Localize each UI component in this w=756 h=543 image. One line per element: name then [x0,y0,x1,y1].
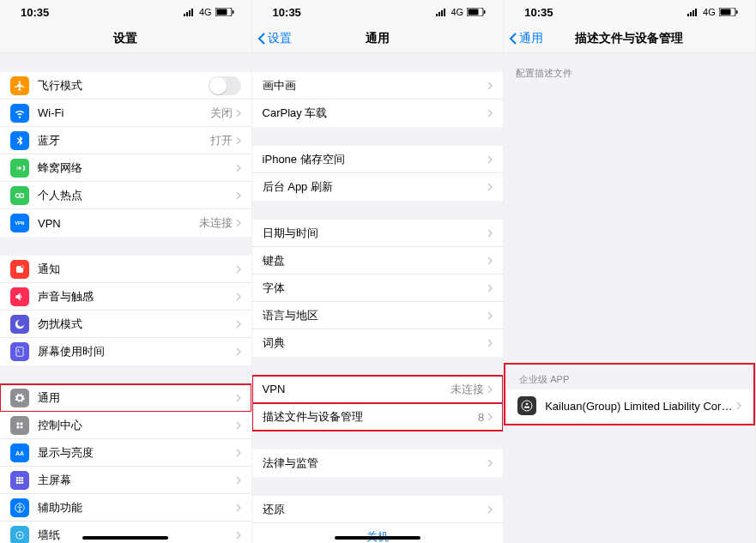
signal-icon [687,8,699,16]
row-hotspot[interactable]: 个人热点 [0,182,251,209]
row-reset[interactable]: 还原 [252,496,504,523]
row-keyboard[interactable]: 键盘 [252,247,504,275]
row-label: 键盘 [263,253,488,268]
home-indicator[interactable] [82,536,168,540]
svg-rect-41 [695,9,697,16]
section-header-enterprise: 企业级 APP [507,366,752,389]
row-label: 主屏幕 [38,473,236,488]
row-vpn-general[interactable]: VPN 未连接 [252,376,504,403]
chevron-right-icon [736,401,741,410]
row-enterprise-app[interactable]: Kailuan(Group) Limited Liability Corpora… [507,389,752,422]
chevron-right-icon [487,385,493,394]
nav-bar: 通用 描述文件与设备管理 [504,24,755,53]
chevron-right-icon [236,164,241,172]
svg-rect-23 [21,479,23,480]
svg-rect-37 [484,10,486,14]
row-label: Kailuan(Group) Limited Liability Corpora… [545,400,736,413]
svg-rect-19 [19,476,21,478]
chevron-right-icon [236,504,241,512]
row-legal[interactable]: 法律与监管 [252,449,504,477]
row-value: 关闭 [210,106,233,121]
row-bgapp[interactable]: 后台 App 刷新 [252,173,504,201]
row-profiles[interactable]: 描述文件与设备管理 8 [252,403,504,431]
wallpaper-icon [10,526,29,543]
row-label: CarPlay 车载 [263,106,488,121]
row-label: 描述文件与设备管理 [263,409,478,425]
row-label: 蜂窝网络 [38,160,236,176]
back-button[interactable]: 设置 [257,31,292,46]
svg-rect-6 [233,10,234,14]
row-screentime[interactable]: 屏幕使用时间 [0,338,251,365]
vpn-icon: VPN [10,214,29,232]
row-label: iPhone 储存空间 [263,152,488,167]
svg-rect-34 [444,9,445,16]
row-control[interactable]: 控制中心 [0,412,251,439]
row-wallpaper[interactable]: 墙纸 [0,522,251,543]
row-dict[interactable]: 词典 [252,329,504,357]
status-network: 4G [703,7,716,17]
svg-rect-32 [438,12,440,16]
row-airplane[interactable]: 飞行模式 [0,72,251,100]
row-pip[interactable]: 画中画 [252,72,504,100]
row-lang[interactable]: 语言与地区 [252,302,504,329]
display-icon: AA [10,443,29,462]
svg-rect-18 [16,476,18,478]
svg-rect-5 [216,9,227,15]
row-fonts[interactable]: 字体 [252,275,504,302]
svg-rect-22 [19,479,21,480]
svg-rect-36 [469,9,479,15]
row-sound[interactable]: 声音与触感 [0,283,251,311]
airplane-switch[interactable] [209,76,241,95]
home-indicator[interactable] [335,536,420,540]
row-carplay[interactable]: CarPlay 车载 [252,100,504,127]
row-label: 显示与亮度 [38,445,236,461]
row-shutdown[interactable]: 关机 [252,523,504,543]
screen-general: 10:35 4G 设置 通用 画中画 CarPlay 车载 iPhone 储存空… [252,0,505,543]
row-label: 辅助功能 [38,500,236,516]
row-dnd[interactable]: 勿扰模式 [0,311,251,338]
svg-rect-25 [19,481,21,483]
row-value: 未连接 [451,382,484,397]
svg-point-46 [526,403,529,406]
row-bluetooth[interactable]: 蓝牙 打开 [0,127,251,154]
svg-point-11 [21,265,24,268]
chevron-right-icon [236,293,241,301]
back-button[interactable]: 通用 [509,31,543,46]
nav-bar: 设置 [0,24,251,53]
row-label: 法律与监管 [263,456,488,471]
row-notify[interactable]: 通知 [0,256,251,283]
svg-rect-16 [21,425,23,428]
cellular-icon [10,159,29,178]
chevron-right-icon [487,284,493,293]
row-general[interactable]: 通用 [0,384,251,412]
svg-rect-3 [191,9,193,16]
svg-text:AA: AA [15,449,24,456]
row-home[interactable]: 主屏幕 [0,467,251,494]
svg-point-7 [15,193,20,197]
status-right: 4G [436,7,487,17]
enterprise-profile-icon [517,396,536,415]
svg-rect-20 [21,476,23,478]
svg-point-28 [19,504,21,506]
row-cellular[interactable]: 蜂窝网络 [0,154,251,182]
chevron-right-icon [236,476,241,485]
row-accessibility[interactable]: 辅助功能 [0,494,251,522]
row-storage[interactable]: iPhone 储存空间 [252,146,504,173]
row-label: 勿扰模式 [38,317,236,332]
status-network: 4G [451,7,464,17]
chevron-right-icon [487,311,493,320]
page-title: 设置 [113,31,137,46]
row-datetime[interactable]: 日期与时间 [252,220,504,247]
chevron-right-icon [236,136,241,145]
row-display[interactable]: AA 显示与亮度 [0,439,251,467]
row-wifi[interactable]: Wi-Fi 关闭 [0,100,251,127]
row-vpn[interactable]: VPN VPN 未连接 [0,209,251,237]
row-label: 控制中心 [38,418,236,433]
chevron-right-icon [487,155,493,164]
notification-icon [10,260,29,279]
row-label: 飞行模式 [38,78,209,94]
hotspot-icon [10,186,29,205]
chevron-right-icon [236,421,241,430]
row-value: 打开 [210,133,233,148]
chevron-right-icon [236,347,241,356]
